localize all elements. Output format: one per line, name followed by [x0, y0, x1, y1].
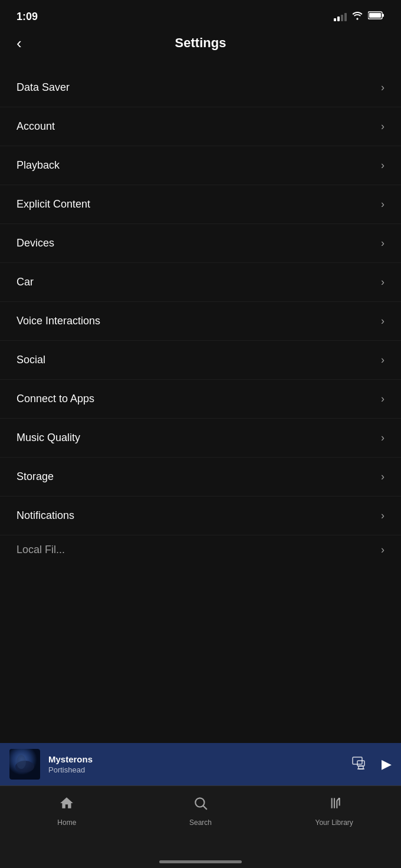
track-info: Mysterons Portishead	[40, 754, 352, 774]
status-time: 1:09	[17, 11, 38, 23]
settings-item-label: Notifications	[17, 509, 74, 522]
settings-item-playback[interactable]: Playback ›	[0, 146, 401, 185]
home-indicator	[159, 860, 242, 863]
svg-rect-2	[382, 14, 384, 17]
chevron-right-icon: ›	[381, 432, 384, 444]
settings-item-music-quality[interactable]: Music Quality ›	[0, 419, 401, 458]
settings-item-label: Playback	[17, 159, 60, 172]
settings-item-label: Car	[17, 276, 34, 288]
settings-list: Data Saver › Account › Playback › Explic…	[0, 63, 401, 570]
status-bar: 1:09	[0, 0, 401, 29]
connect-device-icon[interactable]	[352, 756, 370, 772]
play-button[interactable]: ▶	[382, 757, 392, 772]
svg-line-11	[203, 806, 207, 810]
search-icon	[193, 795, 208, 815]
album-art	[9, 749, 40, 780]
chevron-right-icon: ›	[381, 81, 384, 94]
settings-item-label: Data Saver	[17, 81, 70, 94]
chevron-right-icon: ›	[381, 276, 384, 288]
nav-label-home: Home	[57, 818, 76, 827]
signal-icon	[334, 12, 347, 21]
chevron-right-icon: ›	[381, 237, 384, 249]
svg-rect-7	[357, 761, 364, 766]
chevron-right-icon: ›	[381, 544, 384, 556]
settings-item-devices[interactable]: Devices ›	[0, 224, 401, 263]
nav-item-library[interactable]: Your Library	[267, 795, 401, 827]
settings-header: ‹ Settings	[0, 29, 401, 63]
settings-item-local-files[interactable]: Local Fil... ›	[0, 535, 401, 564]
nav-item-search[interactable]: Search	[134, 795, 268, 827]
settings-item-car[interactable]: Car ›	[0, 263, 401, 302]
svg-rect-1	[369, 13, 381, 18]
settings-item-explicit-content[interactable]: Explicit Content ›	[0, 185, 401, 224]
library-icon	[327, 795, 342, 815]
home-icon	[59, 795, 74, 815]
bottom-nav: Home Search Your Library	[0, 785, 401, 868]
settings-item-account[interactable]: Account ›	[0, 107, 401, 146]
settings-item-connect-to-apps[interactable]: Connect to Apps ›	[0, 380, 401, 419]
chevron-right-icon: ›	[381, 315, 384, 327]
nav-label-search: Search	[189, 818, 212, 827]
settings-item-storage[interactable]: Storage ›	[0, 458, 401, 497]
settings-item-notifications[interactable]: Notifications ›	[0, 497, 401, 535]
settings-item-label: Storage	[17, 471, 54, 483]
chevron-right-icon: ›	[381, 509, 384, 522]
now-playing-controls: ▶	[352, 756, 392, 772]
settings-item-social[interactable]: Social ›	[0, 341, 401, 380]
wifi-icon	[351, 11, 363, 22]
nav-label-library: Your Library	[315, 818, 353, 827]
settings-item-label: Music Quality	[17, 432, 80, 444]
page-title: Settings	[175, 35, 226, 51]
settings-item-label: Devices	[17, 237, 54, 249]
status-icons	[334, 11, 384, 22]
settings-item-data-saver[interactable]: Data Saver ›	[0, 68, 401, 107]
track-name: Mysterons	[48, 754, 344, 764]
nav-item-home[interactable]: Home	[0, 795, 134, 827]
settings-item-label: Voice Interactions	[17, 315, 100, 327]
svg-point-5	[17, 755, 26, 769]
settings-item-label: Local Fil...	[17, 544, 65, 556]
chevron-right-icon: ›	[381, 159, 384, 172]
settings-item-label: Account	[17, 120, 55, 133]
chevron-right-icon: ›	[381, 198, 384, 211]
battery-icon	[368, 11, 384, 22]
settings-item-voice-interactions[interactable]: Voice Interactions ›	[0, 302, 401, 341]
chevron-right-icon: ›	[381, 393, 384, 405]
now-playing-bar[interactable]: Mysterons Portishead ▶	[0, 743, 401, 785]
settings-item-label: Connect to Apps	[17, 393, 94, 405]
settings-item-label: Social	[17, 354, 45, 366]
settings-item-label: Explicit Content	[17, 198, 90, 211]
chevron-right-icon: ›	[381, 471, 384, 483]
track-artist: Portishead	[48, 765, 344, 774]
svg-point-10	[195, 798, 204, 807]
chevron-right-icon: ›	[381, 120, 384, 133]
back-button[interactable]: ‹	[17, 35, 22, 51]
chevron-right-icon: ›	[381, 354, 384, 366]
